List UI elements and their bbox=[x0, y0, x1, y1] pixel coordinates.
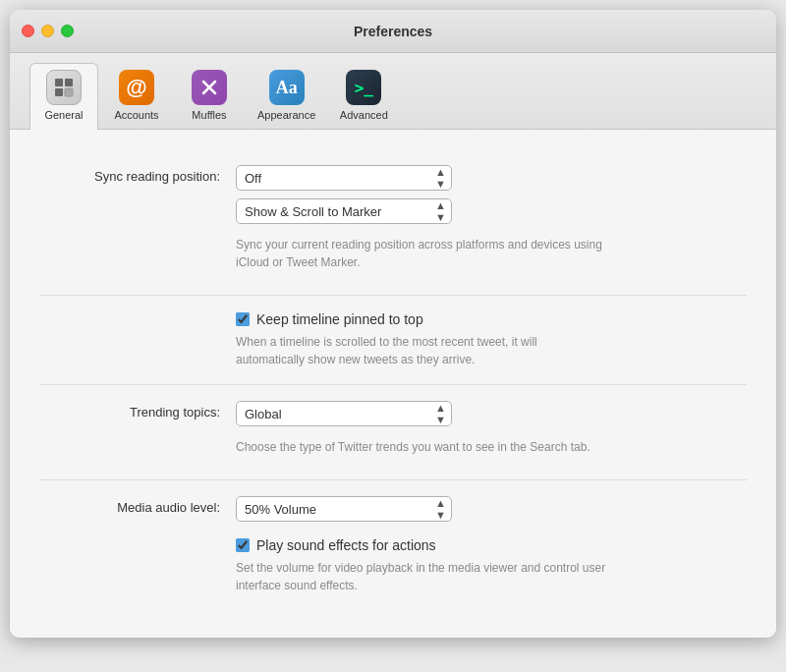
trending-topics-section: Trending topics: Global United States Un… bbox=[39, 385, 747, 480]
trending-topics-select[interactable]: Global United States United Kingdom Cana… bbox=[236, 401, 452, 426]
toolbar-item-muffles[interactable]: Muffles bbox=[175, 64, 244, 129]
keep-timeline-section: Keep timeline pinned to top When a timel… bbox=[39, 296, 747, 385]
media-audio-section: Media audio level: 10% Volume 25% Volume… bbox=[39, 480, 747, 618]
svg-rect-2 bbox=[55, 88, 63, 96]
keep-timeline-description: When a timeline is scrolled to the most … bbox=[236, 333, 609, 368]
toolbar-item-accounts[interactable]: @ Accounts bbox=[102, 64, 171, 129]
sound-effects-checkbox-row: Play sound effects for actions bbox=[236, 537, 747, 553]
accounts-icon: @ bbox=[119, 70, 154, 105]
svg-rect-1 bbox=[65, 79, 73, 86]
muffles-icon bbox=[192, 70, 227, 105]
keep-timeline-no-label: Keep timeline pinned to top When a timel… bbox=[236, 311, 747, 368]
sync-reading-row: Sync reading position: Off iCloud Tweet … bbox=[39, 165, 747, 271]
appearance-icon: Aa bbox=[269, 70, 305, 105]
media-audio-label: Media audio level: bbox=[39, 496, 236, 515]
sound-effects-checkbox-label: Play sound effects for actions bbox=[256, 537, 436, 553]
window-controls bbox=[22, 25, 74, 37]
toolbar: General @ Accounts Muffles Aa Appearance… bbox=[10, 53, 776, 130]
appearance-label: Appearance bbox=[257, 109, 315, 121]
window-title: Preferences bbox=[354, 24, 432, 39]
svg-rect-0 bbox=[55, 79, 63, 86]
scroll-marker-select[interactable]: Show & Scroll to Marker Show Marker Only… bbox=[236, 198, 452, 224]
sync-reading-description: Sync your current reading position acros… bbox=[236, 236, 609, 271]
scroll-marker-select-wrapper: Show & Scroll to Marker Show Marker Only… bbox=[236, 198, 452, 224]
trending-topics-select-wrapper: Global United States United Kingdom Cana… bbox=[236, 401, 452, 426]
media-audio-select-wrapper: 10% Volume 25% Volume 50% Volume 75% Vol… bbox=[236, 496, 452, 522]
sync-reading-controls: Off iCloud Tweet Marker ▲ ▼ Show & Scrol… bbox=[236, 165, 747, 271]
media-audio-row: Media audio level: 10% Volume 25% Volume… bbox=[39, 496, 747, 594]
muffles-label: Muffles bbox=[192, 109, 226, 121]
trending-topics-label: Trending topics: bbox=[39, 401, 236, 420]
media-audio-description: Set the volume for video playback in the… bbox=[236, 559, 609, 594]
keep-timeline-checkbox-label: Keep timeline pinned to top bbox=[256, 311, 423, 327]
advanced-label: Advanced bbox=[340, 109, 388, 121]
preferences-window: Preferences General @ Accounts bbox=[10, 10, 776, 638]
keep-timeline-checkbox-row: Keep timeline pinned to top bbox=[236, 311, 747, 327]
general-label: General bbox=[44, 109, 83, 121]
trending-topics-controls: Global United States United Kingdom Cana… bbox=[236, 401, 747, 456]
trending-topics-row: Trending topics: Global United States Un… bbox=[39, 401, 747, 456]
sound-effects-checkbox[interactable] bbox=[236, 538, 250, 552]
titlebar: Preferences bbox=[10, 10, 776, 53]
media-audio-select[interactable]: 10% Volume 25% Volume 50% Volume 75% Vol… bbox=[236, 496, 452, 522]
sync-position-select-wrapper: Off iCloud Tweet Marker ▲ ▼ bbox=[236, 165, 452, 191]
accounts-label: Accounts bbox=[114, 109, 158, 121]
toolbar-item-appearance[interactable]: Aa Appearance bbox=[248, 64, 325, 129]
svg-rect-3 bbox=[65, 88, 73, 96]
keep-timeline-checkbox[interactable] bbox=[236, 312, 250, 326]
toolbar-item-advanced[interactable]: >_ Advanced bbox=[329, 64, 398, 129]
maximize-button[interactable] bbox=[61, 25, 74, 37]
minimize-button[interactable] bbox=[41, 25, 54, 37]
close-button[interactable] bbox=[22, 25, 34, 37]
advanced-icon: >_ bbox=[346, 70, 381, 105]
media-audio-controls: 10% Volume 25% Volume 50% Volume 75% Vol… bbox=[236, 496, 747, 594]
sync-reading-label: Sync reading position: bbox=[39, 165, 236, 184]
content-area: Sync reading position: Off iCloud Tweet … bbox=[10, 130, 776, 638]
sync-position-select[interactable]: Off iCloud Tweet Marker bbox=[236, 165, 452, 191]
general-icon bbox=[46, 70, 82, 105]
trending-topics-description: Choose the type of Twitter trends you wa… bbox=[236, 438, 609, 456]
sync-reading-section: Sync reading position: Off iCloud Tweet … bbox=[39, 149, 747, 296]
toolbar-item-general[interactable]: General bbox=[29, 63, 98, 130]
